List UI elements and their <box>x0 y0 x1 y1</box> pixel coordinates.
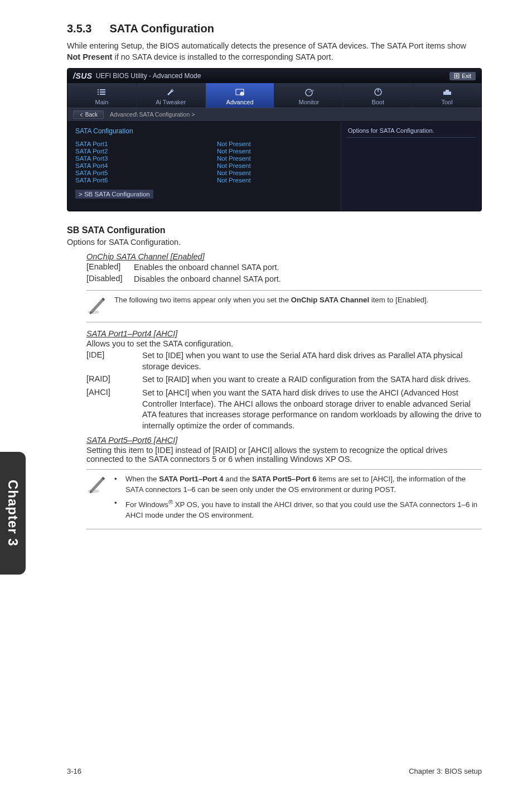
note-bullets: • When the SATA Port1–Port 4 and the SAT… <box>114 474 482 524</box>
bios-panel-title: SATA Configuration <box>75 127 333 135</box>
bios-tab-label: Ai Tweaker <box>156 99 186 105</box>
port56-text: Setting this item to [IDE] instead of [R… <box>86 446 482 464</box>
section-heading: 3.5.3SATA Configuration <box>67 22 482 35</box>
option-val: Enables the onboard channel SATA port. <box>134 262 482 273</box>
bios-tab-main[interactable]: Main <box>67 83 137 108</box>
bios-tab-label: Boot <box>371 99 384 105</box>
sb-sata-text: Options for SATA Configuration. <box>67 238 482 247</box>
bios-tab-label: Tool <box>441 99 452 105</box>
bios-side-info: Options for SATA Configuration. <box>348 127 434 134</box>
note-text-bold: OnChip SATA Channel <box>291 296 369 304</box>
bios-sb-sata-link[interactable]: > SB SATA Configuration <box>75 190 153 199</box>
bios-sata-row: SATA Port3Not Present <box>75 155 333 162</box>
option-key: [RAID] <box>86 374 142 385</box>
note-frag: XP OS, you have to install the AHCI driv… <box>125 501 477 519</box>
option-key: [IDE] <box>86 350 142 372</box>
bios-tabs: Main Ai Tweaker i Advanced Monitor Boot … <box>67 83 481 108</box>
note-bold: SATA Port5–Port 6 <box>252 475 317 483</box>
bios-tab-label: Monitor <box>299 99 320 105</box>
bios-sata-row: SATA Port5Not Present <box>75 170 333 176</box>
bios-port-key: SATA Port3 <box>75 155 217 162</box>
note-bold: SATA Port1–Port 4 <box>159 475 224 483</box>
footer-page-number: 3-16 <box>67 767 81 775</box>
port14-intro: Allows you to set the SATA configuration… <box>86 339 482 348</box>
bios-utility-title: UEFI BIOS Utility - Advanced Mode <box>96 72 201 80</box>
bios-port-val: Not Present <box>217 177 251 184</box>
bios-sata-row: SATA Port1Not Present <box>75 141 333 147</box>
option-key: [Disabled] <box>86 274 134 285</box>
bios-breadcrumb: Advanced\ SATA Configuration > <box>110 111 195 118</box>
bios-sata-row: SATA Port6Not Present <box>75 177 333 184</box>
option-row: [IDE]Set to [IDE] when you want to use t… <box>86 350 482 372</box>
onchip-title: OnChip SATA Channel [Enabled] <box>86 252 482 261</box>
note-text: The following two items appear only when… <box>114 295 428 305</box>
note-text-frag: The following two items appear only when… <box>114 296 291 304</box>
bios-brand: /SUS <box>73 71 93 80</box>
bios-tab-tool[interactable]: Tool <box>413 83 481 108</box>
svg-text:i: i <box>242 92 243 95</box>
bios-port-val: Not Present <box>217 162 251 169</box>
bios-back-label: Back <box>85 112 98 118</box>
bios-tab-label: Advanced <box>226 99 254 105</box>
option-key: [Enabled] <box>86 262 134 273</box>
bios-port-key: SATA Port4 <box>75 162 217 169</box>
note-bullet-text: When the SATA Port1–Port 4 and the SATA … <box>125 474 482 495</box>
option-val: Set to [IDE] when you want to use the Se… <box>142 350 482 372</box>
list-icon <box>67 86 136 98</box>
bios-tab-tweaker[interactable]: Ai Tweaker <box>137 83 206 108</box>
note-block: • When the SATA Port1–Port 4 and the SAT… <box>86 469 482 529</box>
bios-breadcrumb-bar: Back Advanced\ SATA Configuration > <box>67 108 481 122</box>
note-text-frag: item to [Enabled]. <box>369 296 428 304</box>
chip-icon: i <box>206 86 274 98</box>
page-footer: 3-16 Chapter 3: BIOS setup <box>67 767 482 775</box>
wrench-icon <box>137 86 205 98</box>
bios-port-key: SATA Port1 <box>75 141 217 147</box>
option-row: [Enabled]Enables the onboard channel SAT… <box>86 262 482 273</box>
bios-titlebar: /SUS UEFI BIOS Utility - Advanced Mode E… <box>67 69 481 83</box>
sb-sata-heading: SB SATA Configuration <box>67 225 482 235</box>
bios-port-key: SATA Port5 <box>75 170 217 176</box>
pencil-icon <box>86 474 107 496</box>
bios-tab-boot[interactable]: Boot <box>344 83 413 108</box>
svg-rect-6 <box>443 91 451 95</box>
exit-icon <box>454 73 460 79</box>
note-frag: When the <box>125 475 159 483</box>
port56-title: SATA Port5–Port6 [AHCI] <box>86 436 482 445</box>
section-title: SATA Configuration <box>109 22 214 35</box>
bios-side-panel: Options for SATA Configuration. <box>341 122 481 211</box>
note-frag: and the <box>224 475 252 483</box>
bios-exit-label: Exit <box>462 73 471 79</box>
note-block: The following two items appear only when… <box>86 290 482 322</box>
note-frag: For Windows <box>125 501 168 509</box>
port14-title: SATA Port1–Port4 [AHCI] <box>86 329 482 338</box>
power-icon <box>344 86 412 98</box>
note-sup: ® <box>168 499 173 505</box>
chapter-side-tab: Chapter 3 <box>0 452 26 575</box>
option-row: [AHCI]Set to [AHCI] when you want the SA… <box>86 388 482 431</box>
note-bullet: • For Windows® XP OS, you have to instal… <box>114 498 482 520</box>
bios-body: SATA Configuration SATA Port1Not Present… <box>67 122 481 211</box>
note-bullet-text: For Windows® XP OS, you have to install … <box>125 498 482 520</box>
bios-tab-advanced[interactable]: i Advanced <box>206 83 275 108</box>
option-row: [RAID]Set to [RAID] when you want to cre… <box>86 374 482 385</box>
bios-sata-row: SATA Port4Not Present <box>75 162 333 169</box>
bios-exit-button[interactable]: Exit <box>449 72 476 80</box>
bios-main-panel: SATA Configuration SATA Port1Not Present… <box>67 122 341 211</box>
bios-tab-label: Main <box>95 99 108 105</box>
tool-icon <box>413 86 481 98</box>
bios-back-button[interactable]: Back <box>73 110 104 119</box>
option-val: Disables the onboard channel SATA port. <box>134 274 482 285</box>
option-key: [AHCI] <box>86 388 142 431</box>
bios-screenshot: /SUS UEFI BIOS Utility - Advanced Mode E… <box>67 68 482 211</box>
bios-sata-row: SATA Port2Not Present <box>75 148 333 155</box>
section-number: 3.5.3 <box>67 22 91 35</box>
bullet-dot: • <box>114 498 125 520</box>
bios-port-key: SATA Port6 <box>75 177 217 184</box>
note-bullet: • When the SATA Port1–Port 4 and the SAT… <box>114 474 482 495</box>
bios-port-val: Not Present <box>217 148 251 155</box>
bios-port-key: SATA Port2 <box>75 148 217 155</box>
intro-paragraph: While entering Setup, the BIOS automatic… <box>67 41 482 62</box>
bios-sb-sata-link-label: SB SATA Configuration <box>84 191 150 197</box>
bios-tab-monitor[interactable]: Monitor <box>274 83 344 108</box>
option-val: Set to [RAID] when you want to create a … <box>142 374 482 385</box>
